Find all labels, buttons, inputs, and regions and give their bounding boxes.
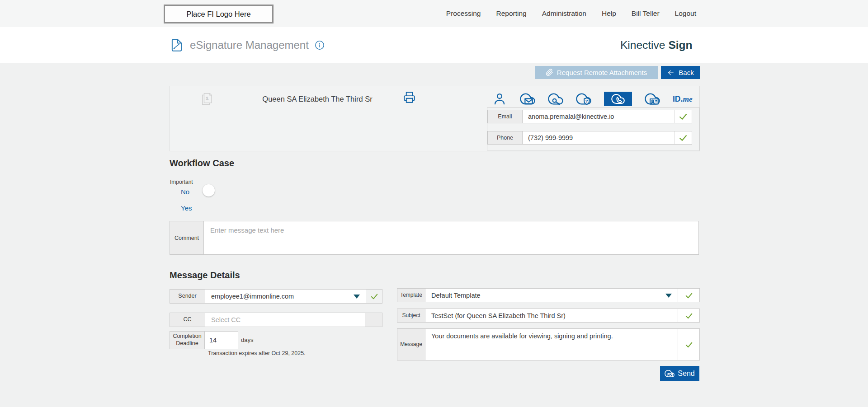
cloud-send-icon [665, 369, 675, 379]
email-valid-cell [675, 110, 692, 123]
phone-row: Phone [487, 131, 692, 145]
message-valid-cell [678, 329, 699, 360]
nav-reporting[interactable]: Reporting [496, 9, 527, 18]
important-label: Important [170, 179, 193, 185]
nav-administration[interactable]: Administration [542, 9, 586, 18]
printer-icon[interactable] [403, 91, 415, 103]
brand-logo: Kinective Sign [620, 27, 693, 63]
back-label: Back [679, 69, 693, 76]
info-icon[interactable] [315, 40, 325, 50]
template-label: Template [397, 289, 425, 302]
document-count-icon: 1 [200, 92, 213, 106]
paperclip-icon [546, 69, 553, 76]
message-input[interactable]: Your documents are available for viewing… [425, 329, 678, 360]
recipient-card: 1 Queen SA Elizabeth The Third Sr [170, 86, 700, 151]
comment-row: Comment [170, 221, 699, 255]
email-row: Email [487, 110, 692, 123]
brand-product: Sign [668, 39, 692, 51]
valid-check-icon [678, 133, 688, 143]
cc-input[interactable] [205, 316, 365, 323]
cloud-key-icon[interactable] [548, 91, 563, 107]
completion-deadline-input[interactable] [205, 337, 238, 344]
fi-logo-placeholder[interactable]: Place FI Logo Here [164, 5, 274, 23]
days-unit-label: days [241, 337, 253, 343]
nav-help[interactable]: Help [602, 9, 616, 18]
cc-empty-cell [365, 313, 382, 327]
template-row: Template Default Template [397, 288, 700, 302]
message-row: Message Your documents are available for… [397, 328, 700, 360]
cc-field-wrap [205, 313, 365, 327]
sender-valid-cell [366, 290, 382, 303]
phone-valid-cell [675, 131, 692, 144]
idme-bold: ID. [673, 94, 683, 103]
sender-dropdown[interactable]: employee1@immonline.com [205, 290, 366, 303]
nav-logout[interactable]: Logout [675, 9, 696, 18]
fi-logo-text: Place FI Logo Here [186, 10, 250, 19]
important-toggle-knob[interactable] [203, 184, 215, 196]
subject-field-wrap [425, 309, 678, 322]
subject-input[interactable] [425, 312, 678, 319]
comment-label: Comment [170, 221, 204, 254]
important-option-yes[interactable]: Yes [181, 204, 192, 212]
sender-value: employee1@immonline.com [211, 293, 294, 300]
template-valid-cell [678, 289, 699, 302]
message-label: Message [397, 329, 425, 360]
idme-logo[interactable]: ID.me [673, 94, 693, 104]
transaction-expiry-note: Transaction expires after Oct 29, 2025. [208, 350, 306, 356]
page-title: eSignature Management [190, 39, 309, 51]
recipient-name: Queen SA Elizabeth The Third Sr [227, 95, 408, 103]
valid-check-icon [684, 340, 693, 349]
comment-input[interactable] [204, 221, 698, 254]
template-dropdown[interactable]: Default Template [425, 289, 678, 302]
subject-valid-cell [678, 309, 699, 322]
email-label: Email [488, 110, 523, 123]
valid-check-icon [370, 292, 379, 301]
chevron-down-icon[interactable] [354, 295, 360, 299]
request-remote-attachments-label: Request Remote Attachments [557, 69, 647, 76]
valid-check-icon [684, 291, 693, 300]
cc-label: CC [170, 313, 205, 327]
important-option-no[interactable]: No [181, 188, 189, 196]
workflow-case-heading: Workflow Case [170, 158, 234, 168]
app-title-group: eSignature Management [170, 27, 325, 63]
request-remote-attachments-button[interactable]: Request Remote Attachments [535, 66, 658, 79]
nav-processing[interactable]: Processing [446, 9, 481, 18]
user-icon[interactable] [492, 91, 507, 107]
message-field-wrap: Your documents are available for viewing… [425, 329, 678, 360]
send-label: Send [678, 370, 694, 378]
cloud-id-card-icon[interactable] [645, 91, 660, 107]
valid-check-icon [684, 311, 693, 320]
template-value: Default Template [431, 292, 481, 299]
deadline-field-wrap [205, 332, 238, 349]
subject-label: Subject [397, 309, 425, 322]
message-details-heading: Message Details [170, 270, 240, 281]
nav-user-bill-teller[interactable]: Bill Teller [632, 9, 660, 18]
idme-me: me [683, 94, 692, 103]
recipient-contact-panel: Email Phone [487, 108, 700, 150]
main-nav: Processing Reporting Administration Help… [446, 0, 696, 27]
completion-deadline-row: Completion Deadline [170, 331, 238, 349]
subject-row: Subject [397, 309, 700, 323]
sender-row: Sender employee1@immonline.com [170, 289, 382, 304]
back-button[interactable]: Back [661, 66, 700, 79]
cloud-email-icon[interactable] [520, 91, 535, 107]
phone-label: Phone [488, 131, 523, 144]
valid-check-icon [678, 112, 688, 122]
svg-text:?: ? [585, 99, 588, 103]
svg-text:1: 1 [206, 96, 208, 101]
sender-label: Sender [170, 290, 205, 303]
cc-row: CC [170, 313, 382, 327]
email-field[interactable] [523, 110, 675, 123]
send-button[interactable]: Send [660, 366, 699, 381]
arrow-left-icon [667, 69, 675, 76]
chevron-down-icon[interactable] [665, 294, 672, 298]
document-signature-icon [170, 38, 184, 52]
header-band: eSignature Management Kinective Sign [0, 27, 868, 63]
phone-field[interactable] [523, 131, 675, 144]
brand-name: Kinective [620, 39, 665, 51]
authentication-method-row: ? ID.me [492, 91, 693, 107]
completion-deadline-label: Completion Deadline [170, 332, 205, 349]
cloud-shield-question-icon[interactable]: ? [576, 91, 591, 107]
cloud-phone-icon[interactable] [604, 92, 632, 106]
top-bar: Place FI Logo Here Processing Reporting … [0, 0, 868, 27]
